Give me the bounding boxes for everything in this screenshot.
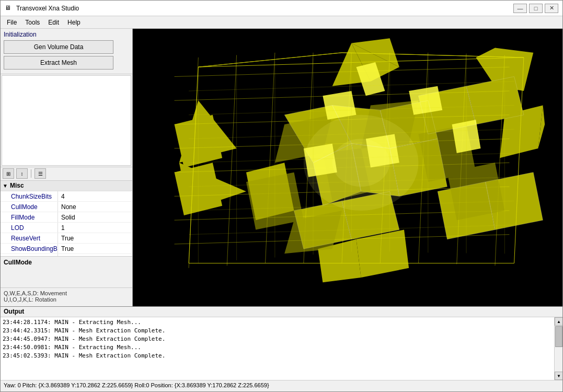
tree-area [2, 75, 131, 166]
props-extra-button[interactable]: ☰ [35, 168, 46, 179]
mesh-viewport-svg [133, 29, 562, 306]
prop-row-chunksizebits: ChunkSizeBits 4 [1, 191, 132, 202]
props-sort-category-button[interactable]: ⊞ [3, 168, 14, 179]
extract-mesh-button[interactable]: Extract Mesh [4, 56, 113, 70]
prop-name-fillmode: FillMode [1, 212, 58, 222]
description-area: CullMode [1, 256, 132, 287]
viewport[interactable] [133, 29, 562, 306]
prop-row-reusevert: ReuseVert True [1, 233, 132, 244]
properties-section: ⊞ ↕ ☰ ▼ Misc [1, 167, 132, 257]
prop-category-misc[interactable]: ▼ Misc [1, 181, 132, 191]
scroll-down-button[interactable]: ▼ [555, 372, 562, 380]
output-header: Output [1, 307, 562, 317]
prop-row-lod: LOD 1 [1, 223, 132, 233]
props-sort-alpha-button[interactable]: ↕ [16, 168, 28, 179]
log-line-0: 23:44:28.1174: MAIN - Extracting Mesh... [3, 318, 552, 327]
app-icon: 🖥 [5, 4, 13, 13]
init-label: Initialization [4, 31, 129, 38]
gen-volume-button[interactable]: Gen Volume Data [4, 40, 113, 54]
prop-name-cullmode: CullMode [1, 202, 58, 212]
init-section: Initialization Gen Volume Data Extract M… [1, 29, 132, 74]
log-line-4: 23:45:02.5393: MAIN - Mesh Extraction Co… [3, 352, 552, 360]
output-log[interactable]: 23:44:28.1174: MAIN - Extracting Mesh...… [1, 317, 554, 380]
title-bar: 🖥 Transvoxel Xna Studio — □ ✕ [1, 1, 562, 16]
prop-value-reusevert[interactable]: True [58, 233, 132, 243]
status-bar: Yaw: 0 Pitch: {X:3.869389 Y:170.2862 Z:2… [1, 380, 562, 391]
scroll-track [555, 326, 562, 372]
help-line2: U,I,O,J,K,L: Rotation [4, 296, 129, 303]
scroll-thumb[interactable] [555, 326, 562, 347]
category-label: Misc [10, 182, 24, 189]
description-title: CullMode [4, 259, 129, 266]
prop-value-lod[interactable]: 1 [58, 223, 132, 233]
menu-edit[interactable]: Edit [44, 18, 63, 27]
log-line-2: 23:44:45.0947: MAIN - Mesh Extraction Co… [3, 335, 552, 343]
left-panel: Initialization Gen Volume Data Extract M… [1, 29, 133, 306]
close-button[interactable]: ✕ [545, 4, 558, 13]
svg-marker-53 [409, 86, 442, 115]
log-line-3: 23:44:50.0981: MAIN - Extracting Mesh... [3, 343, 552, 352]
props-grid: ▼ Misc ChunkSizeBits 4 CullMode None Fil… [1, 181, 132, 257]
prop-value-showboundingbox[interactable]: True [58, 244, 132, 253]
svg-marker-50 [447, 163, 504, 220]
menu-file[interactable]: File [3, 18, 21, 27]
output-scrollbar: ▲ ▼ [554, 317, 562, 380]
scroll-up-button[interactable]: ▲ [555, 317, 562, 326]
main-content: Initialization Gen Volume Data Extract M… [1, 29, 562, 306]
prop-row-fillmode: FillMode Solid [1, 212, 132, 223]
window-controls: — □ ✕ [513, 4, 558, 13]
svg-point-92 [332, 139, 390, 187]
menu-help[interactable]: Help [63, 18, 85, 27]
log-line-1: 23:44:42.3315: MAIN - Mesh Extraction Co… [3, 327, 552, 335]
prop-row-cullmode: CullMode None [1, 202, 132, 212]
minimize-button[interactable]: — [513, 4, 527, 13]
prop-value-chunksizebits[interactable]: 4 [58, 191, 132, 201]
prop-value-fillmode[interactable]: Solid [58, 212, 132, 222]
help-line1: Q,W,E,A,S,D: Movement [4, 290, 129, 296]
props-toolbar: ⊞ ↕ ☰ [1, 167, 132, 181]
maximize-button[interactable]: □ [529, 4, 543, 13]
svg-marker-52 [323, 91, 356, 120]
output-panel: 23:44:28.1174: MAIN - Extracting Mesh...… [1, 317, 562, 380]
window-title: Transvoxel Xna Studio [16, 5, 513, 12]
prop-name-showboundingbox: ShowBoundingBo: [1, 244, 58, 253]
prop-name-chunksizebits: ChunkSizeBits [1, 191, 58, 201]
prop-name-reusevert: ReuseVert [1, 233, 58, 243]
bottom-area: Output 23:44:28.1174: MAIN - Extracting … [1, 306, 562, 391]
toolbar-divider [31, 169, 31, 178]
help-text: Q,W,E,A,S,D: Movement U,I,O,J,K,L: Rotat… [1, 287, 132, 306]
prop-value-cullmode[interactable]: None [58, 202, 132, 212]
app-window: 🖥 Transvoxel Xna Studio — □ ✕ File Tools… [0, 0, 563, 392]
menu-tools[interactable]: Tools [21, 18, 44, 27]
prop-row-showboundingbox: ShowBoundingBo: True [1, 244, 132, 254]
category-arrow-icon: ▼ [3, 183, 8, 189]
menu-bar: File Tools Edit Help [1, 16, 562, 29]
prop-name-lod: LOD [1, 223, 58, 233]
